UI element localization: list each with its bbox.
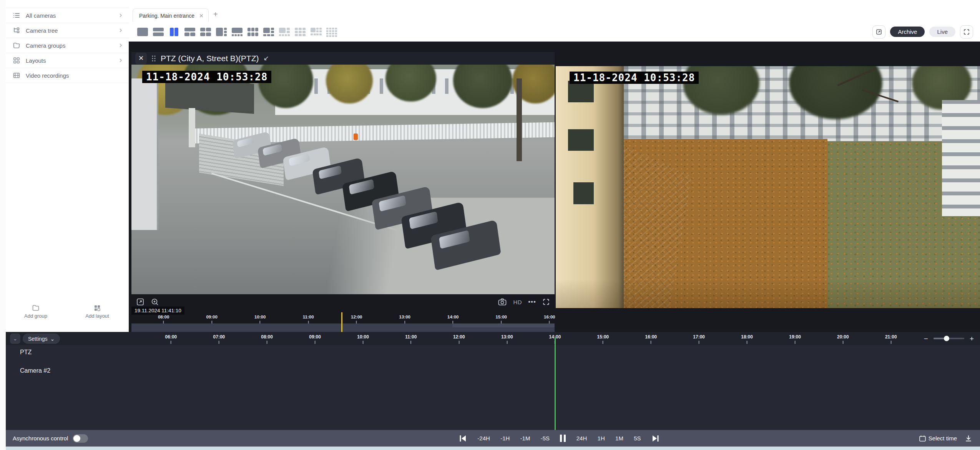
video-cell-ptz[interactable]: ✕ PTZ (City A, Street B)(PTZ) ↙ (131, 42, 555, 332)
async-control-toggle[interactable] (73, 434, 88, 443)
select-time-button[interactable]: Select time (919, 435, 957, 442)
snapshot-icon[interactable] (498, 298, 507, 306)
video-frame-camera2[interactable]: 11-18-2024 10:53:28 (556, 66, 980, 308)
layout-1-plus-5-icon[interactable] (262, 27, 275, 37)
ptz-arrow-icon[interactable]: ↙ (264, 54, 269, 62)
layout-2-rows-icon[interactable] (152, 27, 164, 37)
player-controls: HD ••• (131, 294, 555, 310)
add-group-button[interactable]: Add group (15, 305, 57, 319)
layout-1-plus-7-icon[interactable] (278, 27, 291, 37)
sidebar-item-all-cameras[interactable]: All cameras (6, 8, 129, 23)
camera-title: PTZ (City A, Street B)(PTZ) (161, 54, 259, 63)
jump-back-5s-button[interactable]: -5S (541, 435, 550, 442)
add-layout-button[interactable]: Add layout (76, 305, 118, 319)
layout-1-plus-8-icon[interactable] (310, 27, 322, 37)
jump-back-1h-button[interactable]: -1H (500, 435, 510, 442)
sidebar-item-layouts[interactable]: Layouts (6, 53, 129, 68)
picture-in-picture-icon[interactable] (136, 298, 145, 306)
zoom-slider-knob[interactable] (944, 336, 949, 341)
expand-icon[interactable] (542, 298, 550, 306)
layout-1-plus-3-icon[interactable] (215, 27, 228, 37)
mini-timeline-tick: 10:00 (254, 315, 266, 324)
video-cell-camera2[interactable]: 11-18-2024 10:53:28 (556, 42, 980, 332)
layout-3x3-icon[interactable] (294, 27, 306, 37)
video-frame-ptz[interactable]: 11-18-2024 10:53:28 (131, 65, 555, 294)
courtyard-scene (556, 66, 980, 308)
tab-title: Parking. Main entrance (139, 13, 194, 19)
fullscreen-button[interactable] (960, 25, 973, 38)
tab-parking-main-entrance[interactable]: Parking. Main entrance ✕ (133, 8, 209, 22)
layout-1-plus-4-icon[interactable] (231, 27, 243, 37)
mini-timeline-tick: 09:00 (206, 315, 217, 324)
sidebar-item-label: Camera tree (26, 27, 113, 34)
timeline-tick: 13:00 (501, 334, 513, 344)
mini-timeline-tick: 14:00 (447, 315, 458, 324)
sidebar-item-camera-tree[interactable]: Camera tree (6, 23, 129, 38)
film-icon (13, 72, 20, 79)
jump-fwd-24h-button[interactable]: 24H (576, 435, 587, 442)
sidebar-item-label: Camera groups (26, 42, 113, 49)
layout-3x2-icon[interactable] (247, 27, 259, 37)
mini-timeline-playhead[interactable] (341, 312, 342, 332)
skip-to-start-button[interactable] (458, 434, 467, 443)
timeline-row-label-camera2: Camera #2 (20, 367, 50, 374)
fullscreen-icon (963, 28, 970, 35)
mini-timeline-tick: 12:00 (351, 315, 362, 324)
timeline-row-label-ptz: PTZ (20, 349, 32, 356)
layout-1-plus-2-icon[interactable] (184, 27, 196, 37)
tree-icon (13, 27, 20, 34)
timeline-tick: 07:00 (213, 334, 225, 344)
timeline-panel: ⌄ Settings ⌄ 06:00 07:00 08:00 09:00 10:… (6, 332, 980, 430)
timeline-tick: 16:00 (645, 334, 657, 344)
timeline-tick: 15:00 (597, 334, 609, 344)
more-options-icon[interactable]: ••• (528, 298, 536, 306)
timeline-tick: 11:00 (405, 334, 417, 344)
hd-quality-button[interactable]: HD (513, 299, 522, 305)
osd-timestamp: 11-18-2024 10:53:28 (570, 72, 699, 84)
zoom-in-button[interactable]: + (970, 335, 974, 342)
new-tab-button[interactable]: + (210, 9, 221, 20)
zoom-in-icon[interactable] (151, 298, 159, 306)
close-camera-icon[interactable]: ✕ (135, 53, 147, 64)
jump-back-24h-button[interactable]: -24H (477, 435, 490, 442)
bottom-accent-strip (6, 447, 980, 450)
sidebar-item-video-recordings[interactable]: Video recordings (6, 68, 129, 83)
timeline-tick: 20:00 (837, 334, 849, 344)
collapse-timeline-button[interactable]: ⌄ (10, 333, 20, 344)
chevron-right-icon (118, 28, 123, 33)
download-icon[interactable] (965, 435, 972, 442)
zoom-slider[interactable] (933, 338, 964, 339)
mini-timeline-scrubber[interactable] (131, 323, 555, 332)
camera-titlebar: ✕ PTZ (City A, Street B)(PTZ) ↙ (131, 52, 555, 65)
zoom-out-button[interactable]: − (924, 335, 928, 342)
jump-fwd-5s-button[interactable]: 5S (634, 435, 641, 442)
layout-4x4-icon[interactable] (326, 27, 338, 37)
timeline-tick: 08:00 (261, 334, 273, 344)
timeline-tick: 12:00 (453, 334, 465, 344)
open-in-window-button[interactable] (872, 25, 885, 38)
layout-2-cols-icon-selected[interactable] (168, 27, 180, 37)
archive-mode-button[interactable]: Archive (890, 27, 925, 37)
jump-fwd-1m-button[interactable]: 1M (615, 435, 623, 442)
chevron-right-icon (118, 13, 123, 18)
mini-timeline-tick: 08:00 (158, 315, 169, 324)
layout-1x1-icon[interactable] (136, 27, 149, 37)
layout-2x2-icon[interactable] (199, 27, 212, 37)
timeline-settings-button[interactable]: Settings ⌄ (23, 333, 60, 344)
sidebar-item-label: Video recordings (26, 72, 123, 79)
sidebar: All cameras Camera tree Camera groups La… (6, 8, 129, 83)
skip-to-end-button[interactable] (651, 434, 660, 443)
osd-timestamp: 11-18-2024 10:53:28 (142, 71, 271, 83)
tab-bar: Parking. Main entrance ✕ + (129, 5, 980, 22)
tab-close-icon[interactable]: ✕ (199, 13, 204, 19)
pause-button[interactable] (560, 435, 566, 442)
jump-fwd-1h-button[interactable]: 1H (598, 435, 605, 442)
jump-back-1m-button[interactable]: -1M (520, 435, 530, 442)
mini-timeline-tick: 15:00 (496, 315, 507, 324)
timeline-playhead[interactable] (555, 337, 556, 430)
sidebar-item-camera-groups[interactable]: Camera groups (6, 38, 129, 53)
drag-handle-icon[interactable] (151, 55, 156, 62)
timeline-tick: 17:00 (693, 334, 705, 344)
live-mode-button[interactable]: Live (929, 27, 955, 37)
layout-toolbar: Archive Live (129, 22, 980, 42)
